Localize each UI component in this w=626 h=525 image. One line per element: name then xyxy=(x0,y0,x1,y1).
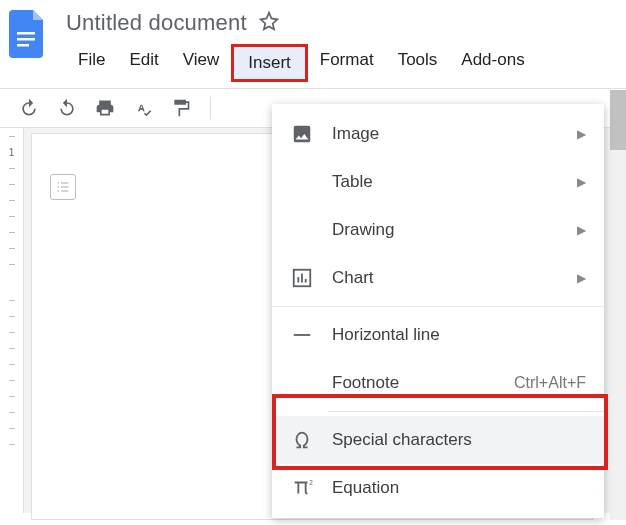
dropdown-item-special-characters[interactable]: Special characters xyxy=(272,416,604,464)
dropdown-separator xyxy=(328,411,604,412)
docs-logo[interactable] xyxy=(8,8,48,60)
dropdown-item-horizontal-line[interactable]: Horizontal line xyxy=(272,311,604,359)
pi-icon: 2 xyxy=(290,476,314,500)
document-title[interactable]: Untitled document xyxy=(66,10,247,36)
svg-rect-0 xyxy=(17,32,35,35)
outline-icon[interactable] xyxy=(50,174,76,200)
undo-icon[interactable] xyxy=(18,97,40,119)
menu-format[interactable]: Format xyxy=(308,44,386,82)
chart-icon xyxy=(290,266,314,290)
scroll-thumb[interactable] xyxy=(610,90,626,150)
scrollbar[interactable] xyxy=(610,90,626,520)
dropdown-label: Image xyxy=(332,124,559,144)
menu-edit[interactable]: Edit xyxy=(117,44,170,82)
dropdown-item-equation[interactable]: 2 Equation xyxy=(272,464,604,512)
chevron-right-icon: ▶ xyxy=(577,223,586,237)
omega-icon xyxy=(290,428,314,452)
menu-file[interactable]: File xyxy=(66,44,117,82)
menubar: File Edit View Insert Format Tools Add-o… xyxy=(66,44,537,82)
dropdown-label: Horizontal line xyxy=(332,325,586,345)
chevron-right-icon: ▶ xyxy=(577,127,586,141)
redo-icon[interactable] xyxy=(56,97,78,119)
menu-insert[interactable]: Insert xyxy=(234,47,305,79)
print-icon[interactable] xyxy=(94,97,116,119)
paint-format-icon[interactable] xyxy=(170,97,192,119)
svg-rect-1 xyxy=(17,38,35,41)
chevron-right-icon: ▶ xyxy=(577,175,586,189)
svg-text:2: 2 xyxy=(309,479,313,486)
dropdown-item-image[interactable]: Image ▶ xyxy=(272,110,604,158)
dropdown-separator xyxy=(272,306,604,307)
menu-tools[interactable]: Tools xyxy=(386,44,450,82)
spellcheck-icon[interactable] xyxy=(132,97,154,119)
vertical-ruler: 1 xyxy=(0,128,24,513)
chevron-right-icon: ▶ xyxy=(577,271,586,285)
hline-icon xyxy=(290,323,314,347)
dropdown-item-chart[interactable]: Chart ▶ xyxy=(272,254,604,302)
star-icon[interactable] xyxy=(259,11,279,35)
dropdown-label: Special characters xyxy=(332,430,586,450)
dropdown-item-table[interactable]: Table ▶ xyxy=(272,158,604,206)
dropdown-label: Equation xyxy=(332,478,586,498)
menu-addons[interactable]: Add-ons xyxy=(449,44,536,82)
insert-dropdown: Image ▶ Table ▶ Drawing ▶ Chart ▶ Horizo… xyxy=(272,104,604,518)
dropdown-label: Table xyxy=(332,172,559,192)
menu-view[interactable]: View xyxy=(171,44,232,82)
dropdown-shortcut: Ctrl+Alt+F xyxy=(514,374,586,392)
svg-rect-2 xyxy=(17,44,29,47)
image-icon xyxy=(290,122,314,146)
dropdown-label: Drawing xyxy=(332,220,559,240)
highlight-insert: Insert xyxy=(231,44,308,82)
dropdown-item-footnote[interactable]: Footnote Ctrl+Alt+F xyxy=(272,359,604,407)
dropdown-label: Chart xyxy=(332,268,559,288)
toolbar-divider xyxy=(210,97,211,119)
dropdown-label: Footnote xyxy=(332,373,496,393)
dropdown-item-drawing[interactable]: Drawing ▶ xyxy=(272,206,604,254)
